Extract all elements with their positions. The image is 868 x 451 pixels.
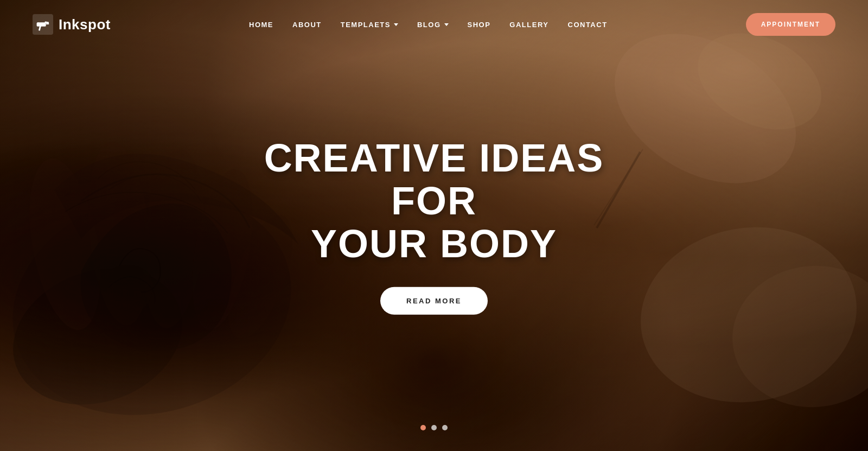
nav-link-gallery[interactable]: GALLERY — [509, 21, 548, 29]
navbar: Inkspot HOME ABOUT TEMPLAETS BLOG — [0, 0, 868, 49]
hero-section: Inkspot HOME ABOUT TEMPLAETS BLOG — [0, 0, 868, 451]
nav-links: HOME ABOUT TEMPLAETS BLOG SHOP — [249, 20, 608, 29]
nav-item-shop[interactable]: SHOP — [468, 20, 491, 29]
read-more-button[interactable]: READ MORE — [380, 287, 488, 315]
hero-title: CREATIVE IDEAS FOR YOUR BODY — [217, 136, 651, 265]
slider-dots — [420, 425, 448, 430]
nav-item-templaets[interactable]: TEMPLAETS — [341, 21, 398, 29]
nav-link-about[interactable]: ABOUT — [292, 21, 322, 29]
hero-content: CREATIVE IDEAS FOR YOUR BODY READ MORE — [217, 136, 651, 315]
blog-dropdown-arrow — [444, 23, 449, 26]
nav-item-about[interactable]: ABOUT — [292, 20, 322, 29]
nav-link-templaets[interactable]: TEMPLAETS — [341, 21, 398, 29]
slider-dot-3[interactable] — [442, 425, 448, 430]
nav-link-blog[interactable]: BLOG — [417, 21, 449, 29]
nav-item-contact[interactable]: CONTACT — [568, 20, 608, 29]
slider-dot-1[interactable] — [420, 425, 426, 430]
svg-point-22 — [41, 23, 43, 24]
svg-point-21 — [37, 22, 40, 24]
nav-link-shop[interactable]: SHOP — [468, 21, 491, 29]
nav-link-contact[interactable]: CONTACT — [568, 21, 608, 29]
logo-text: Inkspot — [59, 16, 111, 33]
nav-link-home[interactable]: HOME — [249, 21, 273, 29]
nav-item-gallery[interactable]: GALLERY — [509, 20, 548, 29]
nav-item-blog[interactable]: BLOG — [417, 21, 449, 29]
nav-item-home[interactable]: HOME — [249, 20, 273, 29]
templaets-dropdown-arrow — [394, 23, 398, 26]
logo-link[interactable]: Inkspot — [33, 14, 111, 35]
svg-rect-23 — [46, 23, 49, 24]
slider-dot-2[interactable] — [431, 425, 437, 430]
logo-icon — [33, 14, 53, 35]
appointment-button[interactable]: APPOINTMENT — [746, 13, 835, 36]
